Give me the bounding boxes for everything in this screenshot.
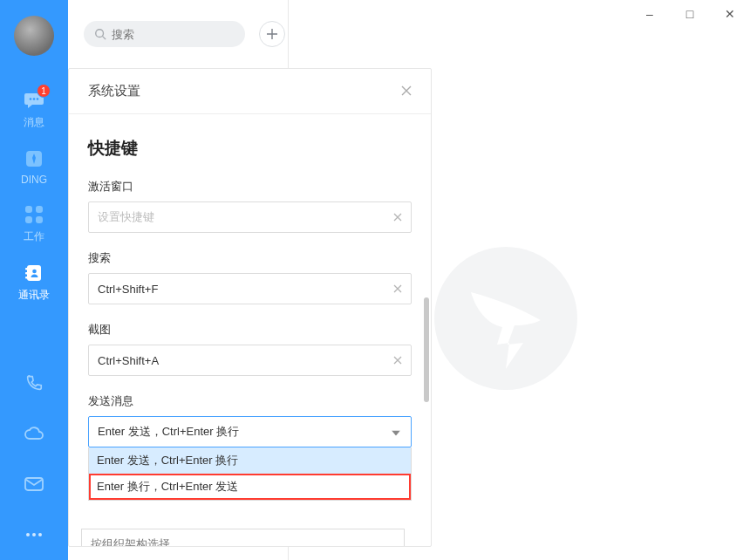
section-heading-shortcuts: 快捷键	[88, 137, 412, 160]
svg-line-18	[103, 37, 106, 40]
svg-point-14	[26, 533, 30, 536]
sidebar-item-label: DING	[21, 174, 47, 186]
sidebar-item-work[interactable]: 工作	[0, 195, 68, 253]
scrollbar-thumb[interactable]	[424, 297, 429, 402]
svg-rect-10	[25, 272, 28, 275]
input-placeholder: 设置快捷键	[98, 209, 154, 225]
svg-point-16	[38, 533, 42, 536]
sidebar-item-contacts[interactable]: 通讯录	[0, 253, 68, 311]
svg-point-1	[33, 98, 36, 100]
add-button[interactable]	[259, 21, 285, 47]
plus-icon	[266, 28, 278, 40]
svg-point-12	[32, 270, 37, 274]
field-screenshot-shortcut: 截图 Ctrl+Shift+A	[88, 322, 412, 376]
header	[68, 0, 750, 68]
sidebar-item-ding[interactable]: DING	[0, 139, 68, 195]
more-icon	[23, 523, 45, 546]
svg-rect-6	[25, 216, 32, 223]
apps-icon	[23, 203, 45, 226]
sidebar-phone[interactable]	[0, 358, 68, 408]
input-value: Ctrl+Shift+A	[98, 354, 159, 367]
settings-panel: 系统设置 快捷键 激活窗口 设置快捷键 搜索 Ctrl+Shift+F	[68, 68, 432, 547]
mail-icon	[23, 473, 45, 495]
sidebar-item-messages[interactable]: 消息 1	[0, 80, 68, 139]
panel-close-button[interactable]	[401, 84, 412, 99]
sidebar-mail[interactable]	[0, 459, 68, 509]
field-label: 截图	[88, 322, 412, 338]
svg-point-17	[96, 30, 104, 38]
close-icon	[401, 85, 412, 96]
field-search-shortcut: 搜索 Ctrl+Shift+F	[88, 250, 412, 304]
panel-header: 系统设置	[69, 69, 431, 114]
clear-button[interactable]	[393, 353, 402, 367]
clear-button[interactable]	[393, 210, 402, 224]
field-activate-window: 激活窗口 设置快捷键	[88, 179, 412, 233]
svg-point-15	[32, 533, 36, 536]
panel-title: 系统设置	[88, 83, 140, 99]
cloud-icon	[23, 422, 45, 445]
close-icon	[393, 284, 402, 293]
send-mode-select[interactable]: Enter 发送，Ctrl+Enter 换行	[88, 416, 412, 447]
avatar[interactable]	[14, 16, 54, 56]
brand-watermark	[432, 244, 580, 396]
search-input[interactable]	[112, 28, 258, 41]
badge-count: 1	[37, 84, 51, 98]
svg-rect-11	[25, 277, 28, 279]
clear-button[interactable]	[393, 282, 402, 296]
close-icon	[393, 356, 402, 365]
sidebar-item-label: 工作	[24, 229, 44, 244]
contacts-icon	[23, 262, 45, 284]
field-label: 搜索	[88, 250, 412, 266]
field-send-message: 发送消息 Enter 发送，Ctrl+Enter 换行 Enter 发送，Ctr…	[88, 393, 412, 501]
sidebar-item-label: 通讯录	[18, 288, 50, 303]
close-icon	[393, 213, 402, 222]
sidebar-item-label: 消息	[24, 115, 44, 130]
sidebar-bottom	[0, 358, 68, 560]
sidebar-cloud[interactable]	[0, 408, 68, 459]
truncated-text: 按组织架构选择	[91, 537, 170, 546]
svg-rect-5	[36, 206, 43, 213]
truncated-setting-row: 按组织架构选择	[81, 529, 405, 546]
chevron-down-icon	[392, 426, 400, 439]
panel-body: 快捷键 激活窗口 设置快捷键 搜索 Ctrl+Shift+F 截图 Ctr	[69, 114, 431, 522]
svg-rect-7	[36, 216, 43, 223]
svg-point-0	[30, 98, 32, 100]
ding-icon	[23, 147, 45, 170]
field-label: 发送消息	[88, 393, 412, 409]
shortcut-input-activate[interactable]: 设置快捷键	[88, 201, 412, 233]
select-value: Enter 发送，Ctrl+Enter 换行	[98, 424, 239, 440]
shortcut-input-screenshot[interactable]: Ctrl+Shift+A	[88, 345, 412, 376]
dropdown-option[interactable]: Enter 换行，Ctrl+Enter 发送	[89, 474, 411, 500]
field-label: 激活窗口	[88, 179, 412, 195]
sidebar-more[interactable]	[0, 509, 68, 560]
search-box[interactable]	[84, 21, 245, 47]
svg-point-2	[37, 98, 39, 100]
phone-icon	[23, 372, 45, 394]
sidebar: 消息 1 DING 工作 通讯录	[0, 0, 68, 560]
send-mode-dropdown: Enter 发送，Ctrl+Enter 换行 Enter 换行，Ctrl+Ent…	[88, 447, 412, 501]
shortcut-input-search[interactable]: Ctrl+Shift+F	[88, 273, 412, 304]
svg-rect-9	[25, 268, 28, 270]
svg-rect-4	[25, 206, 32, 213]
dropdown-option[interactable]: Enter 发送，Ctrl+Enter 换行	[89, 447, 411, 474]
input-value: Ctrl+Shift+F	[98, 283, 158, 296]
search-icon	[94, 28, 106, 40]
